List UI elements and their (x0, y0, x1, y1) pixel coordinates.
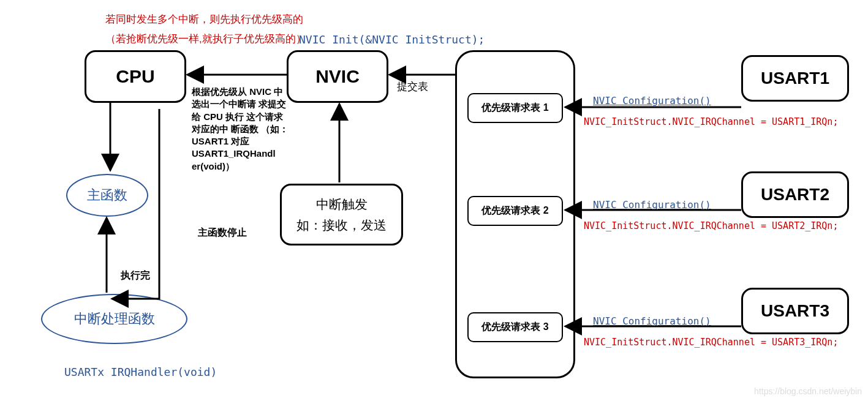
nvic-box: NVIC (287, 50, 388, 103)
exec-done-label: 执行完 (121, 269, 150, 282)
trigger-line2: 如：接收，发送 (296, 215, 387, 236)
usart3-box: USART3 (741, 288, 849, 334)
req-table-2: 优先级请求表 2 (467, 196, 563, 226)
trigger-line1: 中断触发 (316, 194, 368, 215)
note-top2: （若抢断优先级一样,就执行子优先级高的） (105, 32, 306, 46)
usart2-box: USART2 (741, 171, 849, 218)
note-top1: 若同时发生多个中断，则先执行优先级高的 (105, 12, 303, 26)
nvic-init-code: NVIC Init(&NVIC InitStruct); (299, 33, 485, 46)
main-ellipse: 主函数 (66, 174, 148, 217)
req-table-3: 优先级请求表 3 (467, 312, 563, 342)
submit-label: 提交表 (397, 80, 428, 94)
usart1-conf: NVIC Configuration() (593, 95, 711, 107)
req-table-1: 优先级请求表 1 (467, 93, 563, 123)
nvic-desc: 根据优先级从 NVIC 中选出一个中断请 求提交给 CPU 执行 这个请求对应的… (192, 86, 290, 173)
usart3-conf: NVIC Configuration() (593, 315, 711, 327)
irq-handler-label: USARTx IRQHandler(void) (64, 365, 217, 378)
main-stop-label: 主函数停止 (198, 227, 247, 239)
trigger-box: 中断触发 如：接收，发送 (280, 184, 403, 245)
usart1-assign: NVIC_InitStruct.NVIC_IRQChannel = USART1… (584, 116, 838, 127)
usart1-box: USART1 (741, 55, 849, 102)
handler-ellipse: 中断处理函数 (41, 294, 187, 344)
usart2-conf: NVIC Configuration() (593, 199, 711, 211)
usart2-assign: NVIC_InitStruct.NVIC_IRQChannel = USART2… (584, 220, 838, 231)
cpu-box: CPU (85, 50, 186, 103)
watermark: https://blog.csdn.net/weiybin (754, 386, 862, 396)
usart3-assign: NVIC_InitStruct.NVIC_IRQChannel = USART3… (584, 337, 838, 348)
